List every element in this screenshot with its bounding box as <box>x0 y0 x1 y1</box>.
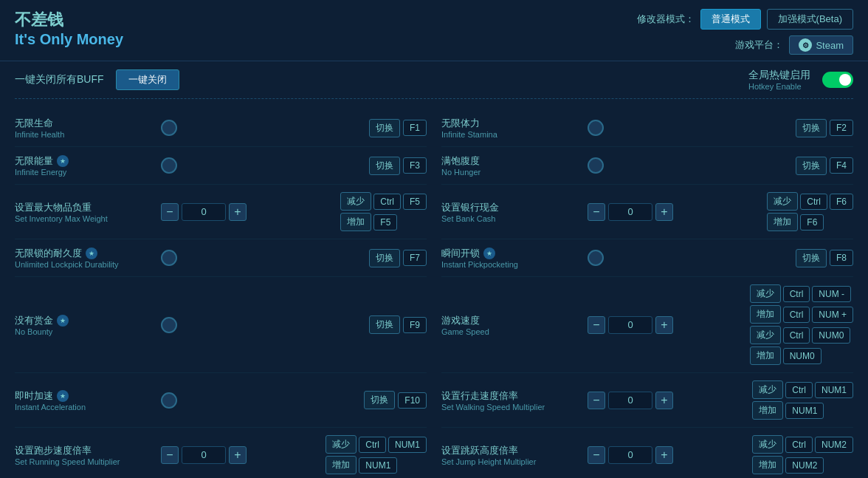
toggle-instant-pickpocketing[interactable] <box>588 250 604 266</box>
plus-walking-speed[interactable]: + <box>655 392 673 409</box>
key-f4[interactable]: F4 <box>830 157 853 174</box>
input-inventory-weight[interactable] <box>182 203 226 221</box>
feat-en-walking-speed: Set Walking Speed Multiplier <box>441 403 582 412</box>
feat-en-infinite-stamina: Infinite Stamina <box>441 130 582 139</box>
key-ctrl-numminus[interactable]: Ctrl <box>783 286 810 302</box>
toggle-infinite-energy[interactable] <box>161 157 177 174</box>
minus-jump-height[interactable]: − <box>588 446 605 464</box>
input-bank-cash[interactable] <box>608 203 652 221</box>
decrease-btn-num2-jump[interactable]: 减少 <box>752 435 783 454</box>
increase-btn-f5[interactable]: 增加 <box>340 213 371 231</box>
key-num1-run-ctrl[interactable]: NUM1 <box>388 437 427 453</box>
toggle-instant-acceleration[interactable] <box>161 392 177 409</box>
key-f1[interactable]: F1 <box>403 120 427 136</box>
minus-running-speed[interactable]: − <box>161 446 179 464</box>
key-ctrl-numplus[interactable]: Ctrl <box>783 307 810 323</box>
key-ctrl-num2-jump[interactable]: Ctrl <box>785 437 813 453</box>
key-num-plus[interactable]: NUM + <box>812 307 853 323</box>
toggle-infinite-health[interactable] <box>161 120 177 136</box>
increase-btn-num0[interactable]: 增加 <box>750 346 781 365</box>
key-num1-run[interactable]: NUM1 <box>359 457 397 474</box>
controls-no-hunger: 切换 F4 <box>796 157 853 175</box>
hotkey-row-increase-f5: 增加 F5 <box>340 213 427 231</box>
increase-btn-f6[interactable]: 增加 <box>767 213 798 231</box>
mode-enhanced-button[interactable]: 加强模式(Beta) <box>767 9 853 30</box>
key-num0-ctrl[interactable]: NUM0 <box>812 327 850 344</box>
key-ctrl-num1-walk[interactable]: Ctrl <box>785 382 813 398</box>
multi-hotkey-bank-cash: 减少 Ctrl F6 增加 F6 <box>767 192 853 231</box>
key-num1-walk[interactable]: NUM1 <box>785 403 824 419</box>
plus-game-speed[interactable]: + <box>655 316 673 334</box>
decrease-btn-numminus[interactable]: 减少 <box>750 284 781 303</box>
decrease-btn-num1-run[interactable]: 减少 <box>326 435 356 454</box>
key-f9[interactable]: F9 <box>403 317 427 333</box>
switch-btn-instant-acceleration[interactable]: 切换 <box>364 391 395 409</box>
key-f8[interactable]: F8 <box>830 250 853 266</box>
header-right: 修改器模式： 普通模式 加强模式(Beta) 游戏平台： ⚙ Steam <box>637 9 853 55</box>
feature-name-jump-height: 设置跳跃高度倍率 Set Jump Height Multiplier <box>441 444 582 466</box>
close-all-button[interactable]: 一键关闭 <box>116 69 179 90</box>
key-f6[interactable]: F6 <box>800 214 824 231</box>
toggle-lockpick[interactable] <box>161 250 177 266</box>
increase-btn-num1-run[interactable]: 增加 <box>326 456 356 474</box>
minus-inventory-weight[interactable]: − <box>161 203 179 221</box>
key-num2-jump[interactable]: NUM2 <box>785 457 824 474</box>
toggle-no-bounty[interactable] <box>161 317 177 333</box>
key-f6-ctrl[interactable]: F6 <box>830 194 853 210</box>
steam-label: Steam <box>816 40 844 51</box>
switch-btn-lockpick[interactable]: 切换 <box>369 249 400 267</box>
key-f7[interactable]: F7 <box>403 250 427 266</box>
increase-btn-num2-jump[interactable]: 增加 <box>752 456 783 474</box>
title-zh: 不差钱 <box>15 9 123 31</box>
feature-row-instant-pickpocketing: 瞬间开锁 ★ Instant Pickpocketing 切换 F8 <box>441 239 853 277</box>
plus-running-speed[interactable]: + <box>229 446 247 464</box>
key-f5[interactable]: F5 <box>373 214 397 231</box>
minus-walking-speed[interactable]: − <box>588 392 605 409</box>
feat-zh-lockpick: 无限锁的耐久度 ★ <box>15 247 155 260</box>
switch-btn-infinite-energy[interactable]: 切换 <box>369 157 400 175</box>
toggle-no-hunger[interactable] <box>588 157 604 174</box>
switch-btn-infinite-stamina[interactable]: 切换 <box>796 119 827 137</box>
feature-name-no-hunger: 满饱腹度 No Hunger <box>441 154 582 177</box>
switch-btn-no-bounty[interactable]: 切换 <box>369 315 400 334</box>
increase-btn-numplus[interactable]: 增加 <box>750 305 781 324</box>
key-num1-walk-ctrl[interactable]: NUM1 <box>815 382 853 398</box>
decrease-btn-num0[interactable]: 减少 <box>750 326 781 344</box>
key-f5-ctrl[interactable]: F5 <box>403 194 427 210</box>
minus-bank-cash[interactable]: − <box>588 203 605 221</box>
lockpick-icon1: ★ <box>86 247 97 259</box>
key-ctrl-f6[interactable]: Ctrl <box>800 194 827 210</box>
key-num2-jump-ctrl[interactable]: NUM2 <box>815 437 853 453</box>
key-ctrl-num0[interactable]: Ctrl <box>783 327 810 344</box>
input-game-speed[interactable] <box>608 316 652 334</box>
key-num0[interactable]: NUM0 <box>783 348 822 364</box>
key-f10[interactable]: F10 <box>398 392 427 409</box>
switch-btn-infinite-health[interactable]: 切换 <box>369 119 400 137</box>
feat-zh-game-speed: 游戏速度 <box>441 314 582 327</box>
toggle-infinite-stamina[interactable] <box>588 120 604 136</box>
steam-button[interactable]: ⚙ Steam <box>789 35 853 55</box>
decrease-btn-f5[interactable]: 减少 <box>340 192 371 211</box>
key-f2[interactable]: F2 <box>830 120 853 136</box>
feat-en-instant-pickpocketing: Instant Pickpocketing <box>441 260 582 269</box>
switch-btn-no-hunger[interactable]: 切换 <box>796 157 827 175</box>
plus-bank-cash[interactable]: + <box>655 203 673 221</box>
minus-game-speed[interactable]: − <box>588 316 605 334</box>
increase-btn-num1-walk[interactable]: 增加 <box>752 401 783 420</box>
plus-inventory-weight[interactable]: + <box>229 203 247 221</box>
key-f3[interactable]: F3 <box>403 157 427 174</box>
input-jump-height[interactable] <box>608 446 652 464</box>
hotkey-toggle[interactable] <box>822 72 853 88</box>
mode-normal-button[interactable]: 普通模式 <box>700 9 761 30</box>
feat-en-inventory-weight: Set Inventory Max Weight <box>15 214 155 223</box>
decrease-btn-num1-walk[interactable]: 减少 <box>752 380 783 399</box>
key-ctrl-f5[interactable]: Ctrl <box>373 194 401 210</box>
input-walking-speed[interactable] <box>608 392 652 409</box>
plus-jump-height[interactable]: + <box>655 446 673 464</box>
input-running-speed[interactable] <box>182 446 226 464</box>
key-ctrl-num1-run[interactable]: Ctrl <box>359 437 386 453</box>
mode-row: 修改器模式： 普通模式 加强模式(Beta) <box>637 9 853 30</box>
switch-btn-instant-pickpocketing[interactable]: 切换 <box>796 249 827 267</box>
key-num-minus[interactable]: NUM - <box>812 286 851 302</box>
decrease-btn-f6[interactable]: 减少 <box>767 192 798 211</box>
